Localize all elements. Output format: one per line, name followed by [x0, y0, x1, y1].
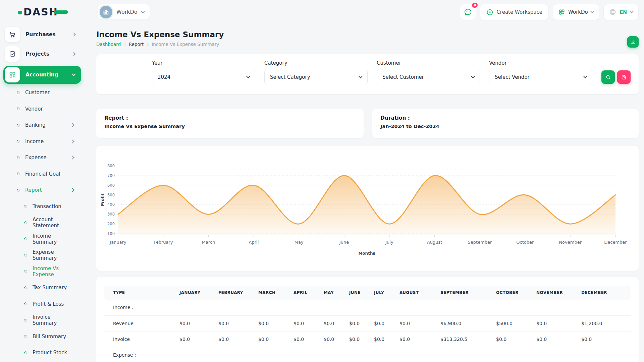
- download-icon: [630, 39, 636, 45]
- year-select[interactable]: 2024: [152, 70, 255, 84]
- select-value: Select Category: [270, 74, 310, 80]
- chevron-right-icon: [70, 123, 74, 127]
- filter-field-category: CategorySelect Category: [264, 60, 368, 84]
- sidebar-item-bill-summary[interactable]: Bill Summary: [3, 328, 81, 345]
- create-workspace-button[interactable]: Create Workspace: [480, 4, 549, 20]
- sidebar-item-label: Accounting: [25, 72, 72, 78]
- bullet-icon: [23, 253, 28, 257]
- sidebar-item-report[interactable]: Report: [3, 182, 81, 198]
- chat-icon: [464, 8, 472, 16]
- sidebar-item-invoice-summary[interactable]: Invoice Summary: [3, 312, 81, 328]
- filter-label: Category: [264, 60, 368, 66]
- sidebar-item-label: Expense: [25, 155, 71, 161]
- reset-filter-button[interactable]: [617, 70, 631, 84]
- cell-value: $0.0: [344, 331, 369, 347]
- messages-button[interactable]: 0: [460, 4, 476, 20]
- column-header-november: NOVEMBER: [531, 286, 576, 300]
- sidebar-item-label: Customer: [25, 89, 74, 96]
- column-header-october: OCTOBER: [491, 286, 531, 300]
- x-tick-label: July: [385, 240, 393, 245]
- vendor-select[interactable]: Select Vendor: [489, 70, 592, 84]
- bullet-icon: [16, 123, 20, 127]
- grid-plus-icon: [558, 9, 565, 15]
- bullet-icon: [23, 286, 28, 290]
- main-content: Income Vs Expense Summary Dashboard › Re…: [84, 24, 644, 362]
- cell-value: $0.0: [531, 331, 576, 347]
- sidebar-item-income[interactable]: Income: [3, 133, 81, 150]
- sidebar-item-label: Profit & Loss: [33, 301, 74, 307]
- sidebar-item-label: Financial Goal: [25, 171, 74, 177]
- report-card-title: Report :: [104, 115, 356, 121]
- chevron-right-icon: [72, 33, 75, 36]
- workdo-menu-label: WorkDo: [568, 9, 588, 15]
- sidebar-item-income-vs-expense[interactable]: Income Vs Expense: [3, 263, 81, 280]
- category-select[interactable]: Select Category: [264, 70, 368, 84]
- workspace-switcher[interactable]: WorkDo: [98, 4, 150, 20]
- x-tick-label: March: [202, 240, 215, 245]
- logo-dot-icon: [18, 11, 22, 14]
- sidebar-item-label: Report: [25, 187, 71, 193]
- column-header-august: AUGUST: [394, 286, 435, 300]
- sidebar-item-customer[interactable]: Customer: [3, 84, 81, 101]
- sidebar-item-tax-summary[interactable]: Tax Summary: [3, 280, 81, 296]
- bullet-icon: [23, 351, 28, 355]
- profit-chart: 100200300400500600700800JanuaryFebruaryM…: [101, 161, 631, 258]
- breadcrumb-report[interactable]: Report: [129, 42, 144, 47]
- cell-value: $0.0: [288, 331, 319, 347]
- column-header-june: JUNE: [344, 286, 369, 300]
- bullet-icon: [16, 107, 20, 111]
- sidebar-item-cash-flow[interactable]: Cash Flow: [3, 361, 81, 362]
- y-tick-label: 100: [107, 231, 115, 236]
- bullet-icon: [23, 237, 28, 241]
- bullet-icon: [16, 90, 20, 95]
- sidebar-item-purchases[interactable]: Purchases: [3, 27, 81, 42]
- sidebar-item-profit-loss[interactable]: Profit & Loss: [3, 296, 81, 312]
- sidebar-item-projects[interactable]: Projects: [3, 46, 81, 62]
- sidebar-item-product-stock[interactable]: Product Stock: [3, 345, 81, 361]
- sidebar-item-account-statement[interactable]: Account Statement: [3, 215, 81, 231]
- x-tick-label: February: [154, 240, 173, 245]
- bullet-icon: [23, 204, 28, 208]
- download-button[interactable]: [627, 36, 639, 48]
- cell-value: $0.0: [213, 315, 253, 331]
- logo: DASH: [23, 6, 58, 18]
- table-section-expense: Expense :: [104, 347, 631, 362]
- x-tick-label: June: [339, 240, 349, 245]
- report-card-value: Income Vs Expense Summary: [104, 124, 356, 129]
- column-header-february: FEBRUARY: [213, 286, 253, 300]
- sidebar-item-expense-summary[interactable]: Expense Summary: [3, 247, 81, 263]
- cell-value: $0.0: [369, 315, 394, 331]
- cell-value: $0.0: [394, 315, 435, 331]
- cell-value: $1,200.0: [576, 315, 631, 331]
- globe-icon: [609, 8, 616, 16]
- workdo-menu-button[interactable]: WorkDo: [553, 4, 599, 20]
- sidebar-item-vendor[interactable]: Vendor: [3, 101, 81, 117]
- language-selector[interactable]: EN: [603, 4, 639, 20]
- column-header-march: MARCH: [253, 286, 288, 300]
- sidebar-item-label: Income: [25, 138, 71, 144]
- building-icon: [103, 9, 109, 15]
- customer-select[interactable]: Select Customer: [377, 70, 480, 84]
- x-tick-label: August: [427, 240, 442, 245]
- x-tick-label: September: [468, 240, 492, 245]
- accounting-icon: [5, 67, 20, 82]
- sidebar-item-income-summary[interactable]: Income Summary: [3, 231, 81, 247]
- bullet-icon: [23, 318, 28, 322]
- breadcrumb: Dashboard › Report › Income Vs Expense S…: [96, 42, 639, 47]
- select-value: Select Customer: [382, 74, 424, 80]
- sidebar-item-transaction[interactable]: Transaction: [3, 198, 81, 215]
- breadcrumb-dashboard[interactable]: Dashboard: [96, 42, 121, 47]
- bullet-icon: [16, 172, 20, 176]
- cart-icon: [5, 27, 20, 42]
- sidebar-item-expense[interactable]: Expense: [3, 149, 81, 166]
- sidebar-item-financial-goal[interactable]: Financial Goal: [3, 166, 81, 182]
- y-tick-label: 200: [107, 222, 115, 226]
- sidebar-item-accounting[interactable]: Accounting: [3, 66, 81, 84]
- chevron-down-icon: [630, 9, 633, 13]
- sidebar-item-banking[interactable]: Banking: [3, 117, 81, 133]
- column-header-september: SEPTEMBER: [435, 286, 491, 300]
- apply-filter-button[interactable]: [601, 70, 615, 84]
- filter-label: Vendor: [489, 60, 592, 66]
- sidebar-item-label: Account Statement: [33, 217, 74, 229]
- topbar-actions: 0 Create Workspace Wor: [460, 4, 639, 20]
